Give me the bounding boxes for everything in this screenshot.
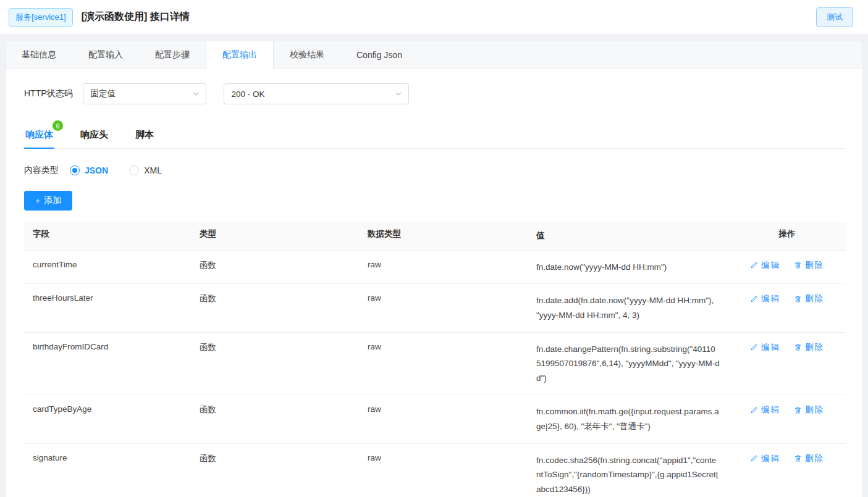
edit-icon: [750, 295, 758, 303]
data-type-cell: raw: [359, 284, 528, 332]
add-button-label: 添加: [44, 195, 61, 206]
value-cell: fn.date.changePattern(fn.string.substrin…: [528, 333, 728, 395]
delete-icon: [794, 343, 802, 351]
subtab-script[interactable]: 脚本: [134, 124, 155, 148]
table-row: birthdayFromIDCard 函数 raw fn.date.change…: [24, 333, 846, 396]
radio-json-label: JSON: [85, 165, 108, 175]
sub-tab-bar: 响应体 6 响应头 脚本: [24, 120, 844, 149]
field-cell: cardTypeByAge: [24, 395, 191, 443]
edit-label: 编辑: [761, 342, 780, 353]
card-body: HTTP状态码 固定值 200 - OK 响应体 6 响应头 脚本: [6, 69, 862, 497]
app-header: 服务[service1] [演示函数使用] 接口详情 测试: [0, 0, 868, 35]
radio-selected-icon: [70, 165, 80, 175]
value-cell: fn.codec.sha256(fn.string.concat("appid1…: [528, 444, 728, 497]
delete-icon: [794, 295, 802, 303]
field-cell: birthdayFromIDCard: [24, 333, 191, 395]
edit-label: 编辑: [761, 293, 780, 304]
tab-config-input[interactable]: 配置输入: [72, 41, 139, 68]
edit-icon: [750, 454, 758, 462]
field-cell: signature: [24, 444, 191, 497]
delete-button[interactable]: 删除: [794, 260, 824, 271]
plus-icon: +: [35, 196, 40, 206]
edit-button[interactable]: 编辑: [750, 453, 780, 464]
chevron-down-icon: [395, 90, 402, 98]
tab-bar: 基础信息 配置输入 配置步骤 配置输出 校验结果 Config Json: [6, 41, 862, 69]
tab-config-steps[interactable]: 配置步骤: [139, 41, 206, 68]
delete-label: 删除: [805, 342, 824, 353]
type-cell: 函数: [191, 444, 359, 497]
add-button[interactable]: + 添加: [24, 191, 72, 211]
header-field: 字段: [24, 222, 191, 250]
actions-cell: 编辑 删除: [728, 251, 846, 284]
subtab-script-label: 脚本: [135, 129, 154, 140]
tab-config-output[interactable]: 配置输出: [206, 41, 274, 69]
edit-label: 编辑: [761, 404, 780, 416]
delete-label: 删除: [805, 453, 824, 464]
delete-label: 删除: [805, 404, 824, 416]
delete-icon: [794, 261, 802, 269]
table-row: cardTypeByAge 函数 raw fn.common.iif(fn.ma…: [24, 395, 846, 443]
http-status-row: HTTP状态码 固定值 200 - OK: [24, 83, 844, 104]
data-type-cell: raw: [359, 395, 528, 443]
test-button[interactable]: 测试: [816, 7, 853, 27]
radio-xml[interactable]: XML: [129, 165, 162, 175]
radio-unselected-icon: [129, 165, 139, 175]
delete-label: 删除: [805, 260, 824, 271]
edit-icon: [750, 406, 758, 414]
subtab-response-headers-label: 响应头: [80, 129, 108, 140]
edit-label: 编辑: [761, 260, 780, 271]
edit-button[interactable]: 编辑: [750, 260, 780, 271]
table-row: threeHoursLater 函数 raw fn.date.add(fn.da…: [24, 284, 846, 332]
status-code-value: 200 - OK: [232, 90, 265, 99]
table-row: currentTime 函数 raw fn.date.now("yyyy-MM-…: [24, 251, 846, 285]
edit-button[interactable]: 编辑: [750, 293, 780, 304]
header-type: 类型: [191, 222, 359, 250]
delete-icon: [794, 406, 802, 414]
header-data-type: 数据类型: [359, 222, 528, 250]
edit-button[interactable]: 编辑: [750, 342, 780, 353]
tab-validation-result[interactable]: 校验结果: [274, 41, 340, 68]
value-cell: fn.common.iif(fn.math.ge({input.request.…: [528, 395, 728, 443]
subtab-response-body[interactable]: 响应体 6: [24, 124, 54, 148]
content-type-row: 内容类型 JSON XML: [24, 165, 844, 176]
edit-icon: [750, 343, 758, 351]
delete-button[interactable]: 删除: [794, 293, 824, 304]
field-cell: currentTime: [24, 251, 191, 284]
actions-cell: 编辑 删除: [728, 395, 846, 443]
data-type-cell: raw: [359, 251, 528, 284]
field-cell: threeHoursLater: [24, 284, 191, 332]
type-cell: 函数: [191, 395, 359, 443]
edit-label: 编辑: [761, 453, 780, 464]
status-mode-select[interactable]: 固定值: [83, 83, 206, 104]
subtab-response-body-label: 响应体: [25, 129, 53, 140]
service-tag[interactable]: 服务[service1]: [9, 8, 73, 27]
output-fields-table: 字段 类型 数据类型 值 操作 currentTime 函数 raw fn.da…: [24, 222, 846, 497]
table-row: signature 函数 raw fn.codec.sha256(fn.stri…: [24, 444, 846, 497]
edit-button[interactable]: 编辑: [750, 404, 780, 416]
header-actions: 操作: [728, 222, 846, 250]
type-cell: 函数: [191, 251, 359, 284]
table-header-row: 字段 类型 数据类型 值 操作: [24, 222, 846, 251]
value-cell: fn.date.add(fn.date.now("yyyy-MM-dd HH:m…: [528, 284, 728, 332]
delete-label: 删除: [805, 293, 824, 304]
content-type-label: 内容类型: [24, 165, 59, 176]
header-value: 值: [528, 222, 728, 250]
status-code-select[interactable]: 200 - OK: [224, 83, 409, 104]
data-type-cell: raw: [359, 333, 528, 395]
radio-xml-label: XML: [144, 165, 162, 175]
type-cell: 函数: [191, 333, 359, 395]
tab-basic-info[interactable]: 基础信息: [6, 41, 72, 68]
tab-config-json[interactable]: Config Json: [340, 41, 418, 68]
actions-cell: 编辑 删除: [728, 444, 846, 497]
radio-json[interactable]: JSON: [70, 165, 108, 175]
delete-button[interactable]: 删除: [794, 342, 824, 353]
value-cell: fn.date.now("yyyy-MM-dd HH:mm"): [528, 251, 728, 284]
response-body-count-badge: 6: [53, 120, 63, 131]
subtab-response-headers[interactable]: 响应头: [79, 124, 109, 148]
delete-button[interactable]: 删除: [794, 453, 824, 464]
edit-icon: [750, 261, 758, 269]
chevron-down-icon: [192, 90, 200, 98]
http-status-label: HTTP状态码: [24, 88, 73, 99]
delete-button[interactable]: 删除: [794, 404, 824, 416]
data-type-cell: raw: [359, 444, 528, 497]
